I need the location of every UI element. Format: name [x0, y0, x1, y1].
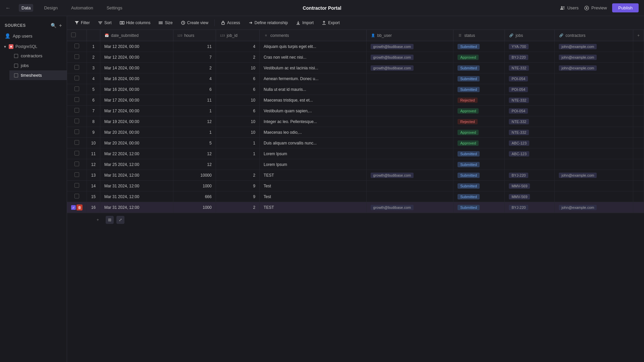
cell-jobs[interactable]: NTE-332	[505, 95, 555, 106]
table-area[interactable]: 📅 date_submitted 123 hours	[67, 30, 644, 362]
row-checkbox-cell[interactable]	[67, 138, 87, 148]
cell-hours[interactable]: 12	[173, 116, 216, 127]
cell-job-id[interactable]: 4	[216, 41, 259, 52]
header-comments[interactable]: ≡ comments	[260, 30, 366, 41]
tab-design[interactable]: Design	[41, 4, 60, 12]
cell-jobs[interactable]: NTE-332	[505, 63, 555, 73]
add-source-icon[interactable]: +	[59, 23, 62, 28]
cell-status[interactable]: Approved	[453, 127, 505, 138]
cell-status[interactable]: Submitted	[453, 41, 505, 52]
cell-job-id[interactable]: 2	[216, 52, 259, 63]
cell-date-submitted[interactable]: Mar 12 2024, 00:00	[100, 52, 173, 63]
tab-settings[interactable]: Settings	[104, 4, 125, 12]
cell-jobs[interactable]: YYA-700	[505, 41, 555, 52]
cell-jobs[interactable]: ABC-123	[505, 138, 555, 148]
cell-job-id[interactable]	[216, 159, 259, 170]
cell-status[interactable]: Submitted	[453, 181, 505, 191]
cell-date-submitted[interactable]: Mar 20 2024, 00:00	[100, 138, 173, 148]
delete-row-button[interactable]: 🗑	[76, 204, 83, 210]
cell-contractors[interactable]: john@example.com	[555, 63, 633, 73]
row-checkbox-cell[interactable]	[67, 181, 87, 191]
cell-bb-user[interactable]	[366, 106, 453, 116]
cell-contractors[interactable]	[555, 181, 633, 191]
sidebar-item-jobs[interactable]: jobs	[9, 61, 67, 70]
cell-date-submitted[interactable]: Mar 14 2024, 00:00	[100, 63, 173, 73]
cell-contractors[interactable]	[555, 159, 633, 170]
copy-row-button[interactable]: ⊞	[106, 216, 114, 224]
row-checkbox-cell[interactable]	[67, 116, 87, 127]
cell-job-id[interactable]: 10	[216, 116, 259, 127]
cell-status[interactable]: Submitted	[453, 159, 505, 170]
cell-comments[interactable]: Test	[260, 191, 366, 202]
cell-jobs[interactable]: BYJ-220	[505, 170, 555, 181]
cell-jobs[interactable]: NTE-332	[505, 116, 555, 127]
cell-date-submitted[interactable]: Mar 31 2024, 12:00	[100, 191, 173, 202]
table-row[interactable]: 2Mar 12 2024, 00:0072Cras non velit nec …	[67, 52, 644, 63]
cell-status[interactable]: Approved	[453, 106, 505, 116]
cell-jobs[interactable]	[505, 159, 555, 170]
cell-jobs[interactable]: NTE-332	[505, 127, 555, 138]
cell-jobs[interactable]: POI-054	[505, 84, 555, 95]
sort-button[interactable]: Sort	[95, 19, 115, 27]
row-checkbox[interactable]	[74, 183, 79, 188]
cell-jobs[interactable]: MMV-569	[505, 181, 555, 191]
table-row[interactable]: 5Mar 16 2024, 00:0066Nulla ut erat id ma…	[67, 84, 644, 95]
row-checkbox[interactable]	[74, 151, 79, 156]
search-icon[interactable]: 🔍	[51, 23, 57, 28]
cell-comments[interactable]: Aenean fermentum. Donec u...	[260, 73, 366, 84]
cell-comments[interactable]: Vestibulum quam sapien,...	[260, 106, 366, 116]
row-checkbox[interactable]	[74, 129, 79, 134]
back-button[interactable]: ←	[5, 5, 11, 11]
cell-job-id[interactable]: 10	[216, 95, 259, 106]
create-view-button[interactable]: Create view	[177, 19, 212, 27]
cell-date-submitted[interactable]: Mar 12 2024, 00:00	[100, 41, 173, 52]
table-row[interactable]: 4Mar 16 2024, 00:0046Aenean fermentum. D…	[67, 73, 644, 84]
add-column-button[interactable]: +	[633, 30, 644, 41]
cell-jobs[interactable]: POI-054	[505, 73, 555, 84]
users-button[interactable]: Users	[560, 5, 579, 11]
cell-bb-user[interactable]	[366, 127, 453, 138]
cell-comments[interactable]: Lorem Ipsum	[260, 159, 366, 170]
cell-comments[interactable]: Test	[260, 181, 366, 191]
access-button[interactable]: Access	[217, 19, 244, 27]
cell-contractors[interactable]	[555, 127, 633, 138]
cell-comments[interactable]: TEST	[260, 170, 366, 181]
row-checkbox[interactable]	[74, 162, 79, 166]
cell-comments[interactable]: Vestibulum ac est lacinia nisi...	[260, 63, 366, 73]
row-checkbox[interactable]	[74, 108, 79, 113]
cell-comments[interactable]: Lorem Ipsum	[260, 148, 366, 159]
cell-contractors[interactable]: john@example.com	[555, 170, 633, 181]
cell-contractors[interactable]	[555, 116, 633, 127]
table-row[interactable]: 12Mar 25 2024, 12:0012Lorem IpsumSubmitt…	[67, 159, 644, 170]
cell-status[interactable]: Rejected	[453, 116, 505, 127]
cell-bb-user[interactable]: growth@budibase.com	[366, 170, 453, 181]
cell-status[interactable]: Submitted	[453, 63, 505, 73]
cell-bb-user[interactable]	[366, 138, 453, 148]
cell-job-id[interactable]: 6	[216, 73, 259, 84]
define-relationship-button[interactable]: Define relationship	[245, 19, 291, 27]
cell-date-submitted[interactable]: Mar 31 2024, 12:00	[100, 170, 173, 181]
sidebar-item-timesheets[interactable]: timesheets	[9, 70, 67, 80]
cell-date-submitted[interactable]: Mar 20 2024, 00:00	[100, 127, 173, 138]
cell-job-id[interactable]: 2	[216, 202, 259, 213]
row-checkbox[interactable]	[74, 86, 79, 91]
cell-hours[interactable]: 5	[173, 138, 216, 148]
publish-button[interactable]: Publish	[612, 3, 639, 12]
row-checkbox[interactable]	[74, 44, 79, 48]
row-checkbox[interactable]	[74, 140, 79, 145]
cell-job-id[interactable]: 1	[216, 148, 259, 159]
cell-bb-user[interactable]: growth@budibase.com	[366, 202, 453, 213]
row-checkbox[interactable]	[74, 172, 79, 177]
header-hours[interactable]: 123 hours	[173, 30, 216, 41]
cell-job-id[interactable]: 9	[216, 191, 259, 202]
row-checkbox[interactable]	[74, 97, 79, 102]
table-row[interactable]: 15Mar 31 2024, 12:006669TestSubmittedMMV…	[67, 191, 644, 202]
row-checkbox-cell[interactable]	[67, 127, 87, 138]
select-all-checkbox[interactable]	[71, 33, 76, 37]
cell-bb-user[interactable]	[366, 95, 453, 106]
cell-job-id[interactable]: 9	[216, 181, 259, 191]
tab-automation[interactable]: Automation	[68, 4, 96, 12]
cell-hours[interactable]: 11	[173, 41, 216, 52]
cell-job-id[interactable]: 10	[216, 127, 259, 138]
cell-jobs[interactable]: MMV-569	[505, 191, 555, 202]
